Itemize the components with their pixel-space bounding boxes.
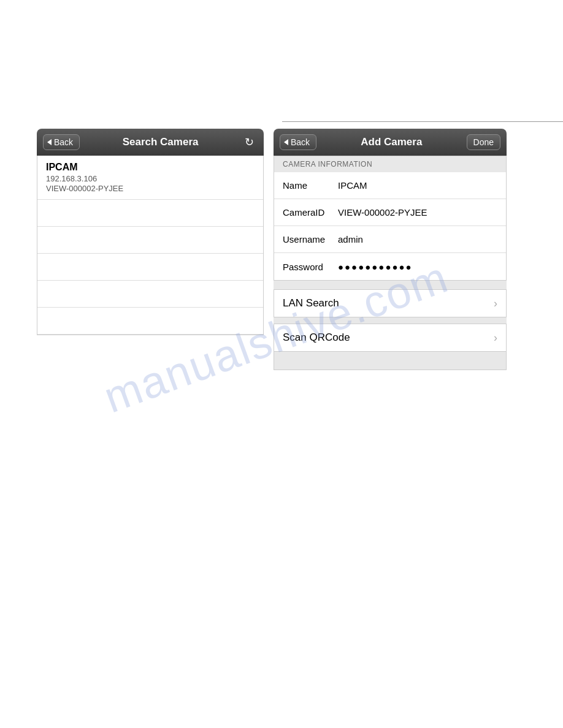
refresh-icon: ↻ bbox=[245, 136, 254, 148]
add-camera-title: Add Camera bbox=[316, 136, 466, 148]
list-item[interactable]: IPCAM 192.168.3.106 VIEW-000002-PYJEE bbox=[37, 156, 263, 200]
add-camera-back-button[interactable]: Back bbox=[280, 134, 316, 150]
username-label: Username bbox=[283, 234, 338, 245]
section-gap-2 bbox=[274, 317, 507, 324]
name-row: Name IPCAM bbox=[274, 172, 506, 199]
cameraid-value[interactable]: VIEW-000002-PYJEE bbox=[338, 207, 497, 218]
list-empty-row-1 bbox=[37, 200, 263, 227]
scan-qrcode-chevron-icon: › bbox=[494, 332, 497, 344]
lan-search-label: LAN Search bbox=[283, 297, 339, 309]
list-empty-row-2 bbox=[37, 227, 263, 254]
username-row: Username admin bbox=[274, 226, 506, 253]
cameraid-row: CameraID VIEW-000002-PYJEE bbox=[274, 199, 506, 226]
list-empty-row-3 bbox=[37, 254, 263, 281]
search-camera-panel: Back Search Camera ↻ IPCAM 192.168.3.106… bbox=[37, 129, 264, 370]
lan-search-chevron-icon: › bbox=[494, 297, 497, 310]
password-row: Password ●●●●●●●●●●● bbox=[274, 253, 506, 280]
add-camera-back-arrow-icon bbox=[284, 139, 288, 145]
content-area: Back Search Camera ↻ IPCAM 192.168.3.106… bbox=[37, 129, 552, 370]
add-camera-panel: Back Add Camera Done CAMERA INFORMATION … bbox=[274, 129, 507, 370]
name-value[interactable]: IPCAM bbox=[338, 180, 497, 191]
camera-name: IPCAM bbox=[46, 162, 255, 173]
list-empty-row-5 bbox=[37, 308, 263, 335]
camera-info-form: Name IPCAM CameraID VIEW-000002-PYJEE Us… bbox=[274, 172, 507, 281]
name-label: Name bbox=[283, 180, 338, 191]
top-divider bbox=[282, 121, 563, 122]
password-value[interactable]: ●●●●●●●●●●● bbox=[338, 262, 413, 272]
lan-search-row[interactable]: LAN Search › bbox=[274, 290, 506, 317]
add-camera-navbar: Back Add Camera Done bbox=[274, 129, 507, 156]
scan-qrcode-label: Scan QRCode bbox=[283, 332, 350, 344]
username-value[interactable]: admin bbox=[338, 234, 497, 245]
scan-qrcode-section: Scan QRCode › bbox=[274, 324, 507, 352]
camera-info-section-header: CAMERA INFORMATION bbox=[274, 156, 507, 172]
search-camera-title: Search Camera bbox=[80, 136, 241, 148]
search-camera-refresh-button[interactable]: ↻ bbox=[241, 133, 258, 151]
add-camera-done-button[interactable]: Done bbox=[467, 134, 500, 150]
camera-list: IPCAM 192.168.3.106 VIEW-000002-PYJEE bbox=[37, 156, 264, 335]
done-label: Done bbox=[473, 137, 494, 147]
section-gap-1 bbox=[274, 281, 507, 289]
add-camera-back-label: Back bbox=[291, 137, 310, 147]
search-camera-navbar: Back Search Camera ↻ bbox=[37, 129, 264, 156]
list-empty-row-4 bbox=[37, 281, 263, 308]
search-camera-back-button[interactable]: Back bbox=[43, 134, 80, 150]
password-label: Password bbox=[283, 262, 338, 272]
back-arrow-icon bbox=[47, 139, 52, 145]
camera-device-id: VIEW-000002-PYJEE bbox=[46, 184, 255, 193]
cameraid-label: CameraID bbox=[283, 207, 338, 218]
lan-search-section: LAN Search › bbox=[274, 289, 507, 317]
bottom-gap bbox=[274, 352, 507, 370]
scan-qrcode-row[interactable]: Scan QRCode › bbox=[274, 324, 506, 351]
camera-ip: 192.168.3.106 bbox=[46, 174, 255, 183]
search-camera-back-label: Back bbox=[54, 137, 73, 147]
